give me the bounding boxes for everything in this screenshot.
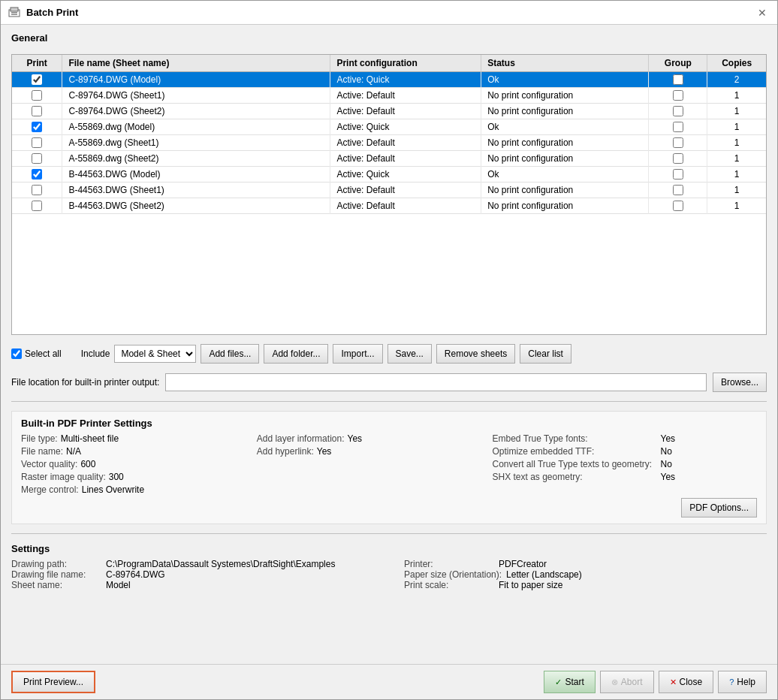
row-print-checkbox[interactable] [32,185,42,195]
pdf-add-hyperlink-row: Add hyperlink: Yes [257,446,478,457]
settings-title: Settings [11,543,767,554]
close-button[interactable]: ✕ Close [659,671,714,693]
window-title: Batch Print [26,7,78,18]
pdf-raster-quality-row: Raster image quality: 300 [21,472,242,482]
row-config: Active: Default [330,183,481,198]
close-x-icon: ✕ [670,677,677,687]
row-group-checkbox[interactable] [673,137,683,148]
pdf-settings-section: Built-in PDF Printer Settings File type:… [11,411,767,524]
add-folder-button[interactable]: Add folder... [264,344,328,364]
table-row[interactable]: C-89764.DWG (Model)Active: QuickOk2 [12,72,766,88]
file-location-input[interactable]: C:\ProgramData\Dassault Systemes\DraftSi… [165,373,707,391]
svg-rect-3 [11,14,17,15]
start-check-icon: ✓ [555,677,562,687]
row-group-checkbox[interactable] [673,106,683,116]
row-copies: 1 [707,88,766,104]
table-row[interactable]: C-89764.DWG (Sheet1)Active: DefaultNo pr… [12,88,766,104]
svg-rect-2 [11,12,17,14]
add-files-button[interactable]: Add files... [201,344,259,364]
pdf-vector-quality-row: Vector quality: 600 [21,459,242,469]
paper-size-row: Paper size (Orientation): Letter (Landsc… [404,569,767,580]
row-print-checkbox[interactable] [32,106,42,116]
row-config: Active: Default [330,88,481,104]
row-filename: A-55869.dwg (Sheet1) [62,135,330,151]
row-copies: 1 [707,167,766,183]
row-print-checkbox[interactable] [32,153,42,164]
help-button[interactable]: ? Help [718,671,767,693]
table-header-row: Print File name (Sheet name) Print confi… [12,55,766,72]
row-group-checkbox[interactable] [673,185,683,195]
clear-list-button[interactable]: Clear list [520,344,571,364]
row-copies: 1 [707,135,766,151]
row-print-checkbox[interactable] [32,137,42,148]
row-status: Ok [481,167,649,183]
row-print-checkbox[interactable] [32,201,42,211]
file-location-label: File location for built-in printer outpu… [11,377,159,388]
row-print-checkbox[interactable] [32,122,42,132]
save-button[interactable]: Save... [387,344,432,364]
pdf-settings-title: Built-in PDF Printer Settings [21,418,757,429]
table-row[interactable]: B-44563.DWG (Sheet2)Active: DefaultNo pr… [12,198,766,214]
general-section-title: General [11,32,767,44]
row-group-checkbox[interactable] [673,122,683,132]
table-row[interactable]: C-89764.DWG (Sheet2)Active: DefaultNo pr… [12,104,766,119]
file-table: Print File name (Sheet name) Print confi… [12,55,766,214]
row-filename: C-89764.DWG (Model) [62,72,330,88]
row-group-checkbox[interactable] [673,74,683,85]
row-config: Active: Quick [330,119,481,135]
bottom-bar: Print Preview... ✓ Start ⊗ Abort ✕ Close… [1,664,777,699]
row-group-checkbox[interactable] [673,153,683,164]
print-preview-button[interactable]: Print Preview... [11,671,95,693]
window-close-button[interactable]: ✕ [755,5,770,20]
row-copies: 1 [707,183,766,198]
remove-sheets-button[interactable]: Remove sheets [436,344,515,364]
select-all-label[interactable]: Select all [11,348,62,359]
batch-print-window: Batch Print ✕ General Print File name (S… [0,0,778,700]
title-bar-left: Batch Print [8,7,78,19]
bottom-left: Print Preview... [11,671,95,693]
row-status: No print configuration [481,151,649,167]
row-print-checkbox[interactable] [32,169,42,180]
row-config: Active: Default [330,151,481,167]
printer-row: Printer: PDFCreator [404,559,767,569]
table-row[interactable]: A-55869.dwg (Sheet2)Active: DefaultNo pr… [12,151,766,167]
row-config: Active: Default [330,135,481,151]
row-copies: 2 [707,72,766,88]
print-scale-row: Print scale: Fit to paper size [404,580,767,590]
start-button[interactable]: ✓ Start [544,671,595,693]
table-row[interactable]: A-55869.dwg (Sheet1)Active: DefaultNo pr… [12,135,766,151]
table-row[interactable]: B-44563.DWG (Sheet1)Active: DefaultNo pr… [12,183,766,198]
row-status: No print configuration [481,135,649,151]
table-row[interactable]: B-44563.DWG (Model)Active: QuickOk1 [12,167,766,183]
row-group-checkbox[interactable] [673,90,683,101]
row-status: No print configuration [481,104,649,119]
help-question-icon: ? [729,677,734,686]
row-status: Ok [481,72,649,88]
col-header-copies: Copies [707,55,766,72]
row-filename: B-44563.DWG (Sheet1) [62,183,330,198]
abort-circle-icon: ⊗ [611,677,618,687]
pdf-embed-ttf-row: Embed True Type fonts: Yes [493,433,758,444]
col-header-config: Print configuration [330,55,481,72]
pdf-convert-ttf-row: Convert all True Type texts to geometry:… [493,459,758,469]
drawing-file-row: Drawing file name: C-89764.DWG [11,569,374,580]
empty-table-area [12,214,766,334]
pdf-optimize-ttf-row: Optimize embedded TTF: No [493,446,758,457]
row-filename: C-89764.DWG (Sheet1) [62,88,330,104]
browse-button[interactable]: Browse... [713,373,767,392]
svg-rect-1 [11,8,18,11]
pdf-shx-row: SHX text as geometry: Yes [493,472,758,482]
row-print-checkbox[interactable] [32,74,42,85]
select-all-checkbox[interactable] [11,348,22,359]
row-group-checkbox[interactable] [673,169,683,180]
import-button[interactable]: Import... [333,344,382,364]
col-header-status: Status [481,55,649,72]
pdf-merge-control-row: Merge control: Lines Overwrite [21,484,242,495]
row-group-checkbox[interactable] [673,201,683,211]
include-select[interactable]: Model & Sheet Model only Sheet only [114,345,196,363]
row-status: Ok [481,119,649,135]
table-row[interactable]: A-55869.dwg (Model)Active: QuickOk1 [12,119,766,135]
row-filename: B-44563.DWG (Model) [62,167,330,183]
row-print-checkbox[interactable] [32,90,42,101]
pdf-options-button[interactable]: PDF Options... [681,498,757,517]
